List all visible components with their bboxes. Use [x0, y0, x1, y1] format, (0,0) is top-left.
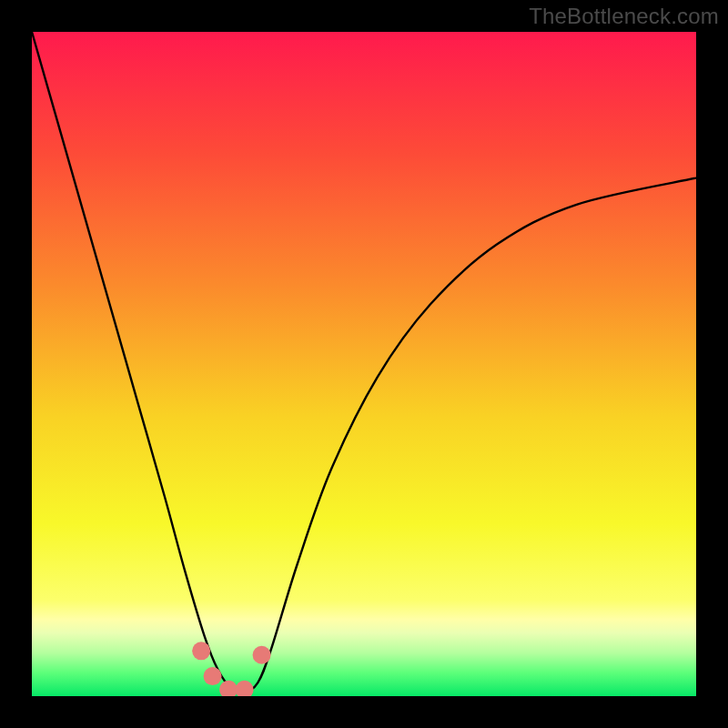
chart-svg	[32, 32, 696, 696]
plot-area	[32, 32, 696, 696]
watermark-label: TheBottleneck.com	[529, 4, 719, 29]
marker-dot-4	[253, 646, 271, 664]
marker-dot-1	[204, 667, 222, 685]
marker-dot-0	[192, 642, 210, 660]
gradient-background	[32, 32, 696, 696]
chart-container: TheBottleneck.com	[0, 0, 728, 728]
